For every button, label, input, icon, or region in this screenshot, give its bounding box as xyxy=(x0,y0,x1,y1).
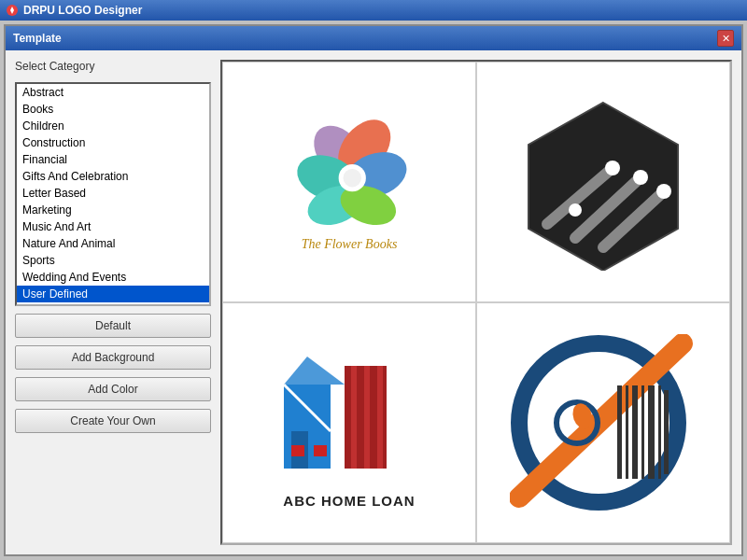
add-color-button[interactable]: Add Color xyxy=(15,377,211,401)
left-panel: Select Category Abstract Books Children … xyxy=(15,60,211,545)
app-icon xyxy=(6,4,19,17)
svg-marker-23 xyxy=(284,357,345,385)
svg-rect-20 xyxy=(351,366,357,469)
flower-caption: The Flower Books xyxy=(302,237,398,252)
svg-rect-34 xyxy=(648,385,655,479)
category-nature[interactable]: Nature And Animal xyxy=(17,235,209,252)
app-title: DRPU LOGO Designer xyxy=(23,4,142,17)
category-label: Select Category xyxy=(15,60,211,73)
home-svg xyxy=(275,338,424,487)
logo-grid: The Flower Books xyxy=(220,60,732,545)
category-wedding[interactable]: Wedding And Events xyxy=(17,269,209,286)
svg-point-9 xyxy=(344,169,362,188)
category-abstract[interactable]: Abstract xyxy=(17,84,209,101)
svg-point-14 xyxy=(605,161,620,175)
template-window: Template ✕ Select Category Abstract Book… xyxy=(4,24,743,556)
category-music[interactable]: Music And Art xyxy=(17,218,209,235)
category-children[interactable]: Children xyxy=(17,118,209,134)
category-user-defined[interactable]: User Defined xyxy=(17,286,209,302)
hextech-svg xyxy=(519,93,687,271)
logo-home[interactable]: ABC HOME LOAN xyxy=(222,302,476,543)
svg-rect-33 xyxy=(641,385,644,479)
category-letter[interactable]: Letter Based xyxy=(17,185,209,202)
svg-rect-35 xyxy=(658,385,661,479)
main-content: Select Category Abstract Books Children … xyxy=(6,50,741,554)
svg-rect-30 xyxy=(617,385,622,479)
svg-rect-32 xyxy=(632,385,638,479)
logo-flower[interactable]: The Flower Books xyxy=(222,62,476,302)
svg-rect-21 xyxy=(364,366,370,469)
logo-barcode[interactable] xyxy=(476,302,730,543)
window-title: Template xyxy=(13,32,62,45)
flower-svg xyxy=(289,112,410,233)
category-gifts[interactable]: Gifts And Celebration xyxy=(17,168,209,185)
svg-point-17 xyxy=(569,203,582,217)
add-background-button[interactable]: Add Background xyxy=(15,345,211,370)
svg-rect-36 xyxy=(664,390,669,474)
svg-rect-31 xyxy=(626,385,628,479)
barcode-svg xyxy=(510,334,697,511)
svg-point-15 xyxy=(633,170,648,185)
flower-logo-container: The Flower Books xyxy=(233,72,466,292)
home-logo-container: ABC HOME LOAN xyxy=(233,313,466,533)
hextech-logo-container xyxy=(486,72,720,292)
category-sports[interactable]: Sports xyxy=(17,252,209,269)
create-own-button[interactable]: Create Your Own xyxy=(15,409,211,433)
category-financial[interactable]: Financial xyxy=(17,151,209,168)
svg-rect-22 xyxy=(377,366,383,469)
svg-rect-26 xyxy=(314,445,327,456)
window-close-button[interactable]: ✕ xyxy=(717,30,734,47)
svg-point-16 xyxy=(656,184,671,199)
title-bar-left: DRPU LOGO Designer xyxy=(6,4,142,17)
home-caption: ABC HOME LOAN xyxy=(283,493,415,509)
window-title-bar: Template ✕ xyxy=(6,26,741,50)
logo-hextech[interactable] xyxy=(476,62,730,302)
category-construction[interactable]: Construction xyxy=(17,134,209,151)
category-marketing[interactable]: Marketing xyxy=(17,202,209,218)
barcode-logo-container xyxy=(486,313,720,533)
category-books[interactable]: Books xyxy=(17,101,209,118)
category-list[interactable]: Abstract Books Children Construction Fin… xyxy=(15,82,211,306)
app-title-bar: DRPU LOGO Designer xyxy=(0,0,747,21)
svg-rect-27 xyxy=(291,445,304,456)
default-button[interactable]: Default xyxy=(15,314,211,338)
